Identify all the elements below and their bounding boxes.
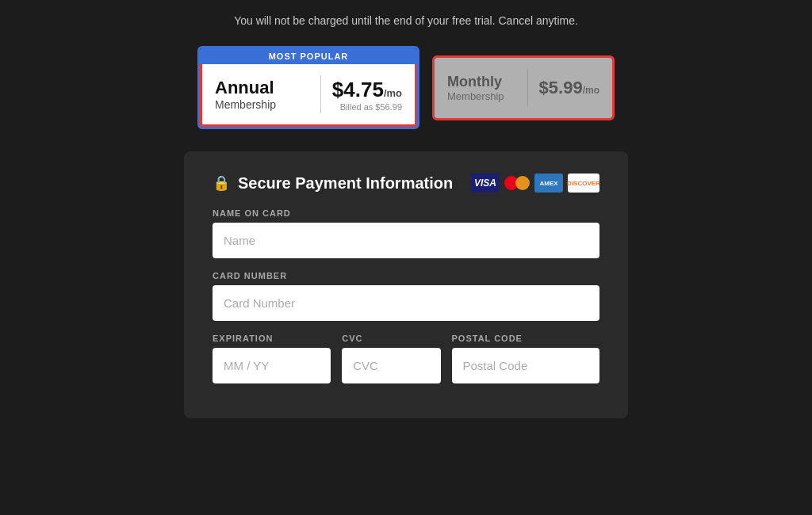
- annual-plan-divider: [320, 75, 321, 113]
- expiration-label: EXPIRATION: [213, 334, 331, 343]
- annual-plan-membership: Membership: [215, 98, 309, 111]
- cvc-group: CVC: [342, 334, 440, 383]
- mastercard-logo: [504, 174, 530, 192]
- card-number-label: CARD NUMBER: [213, 271, 599, 280]
- monthly-plan-price: $5.99/mo: [539, 78, 599, 98]
- most-popular-badge: MOST POPULAR: [200, 48, 417, 64]
- cvc-input[interactable]: [342, 348, 440, 383]
- mc-circle-right: [515, 176, 530, 190]
- trial-notice: You will not be charged until the end of…: [234, 14, 578, 27]
- monthly-plan-name-section: Monthly Membership: [447, 74, 516, 102]
- card-number-group: CARD NUMBER: [213, 271, 599, 321]
- card-number-input[interactable]: [213, 285, 599, 321]
- annual-plan-name: Annual: [215, 78, 309, 98]
- card-details-row: EXPIRATION CVC POSTAL CODE: [213, 334, 599, 396]
- postal-label: POSTAL CODE: [452, 334, 599, 343]
- visa-logo: VISA: [471, 174, 500, 193]
- monthly-plan-price-section: $5.99/mo: [539, 78, 599, 98]
- annual-plan-body: Annual Membership $4.75/mo Billed as $56…: [200, 64, 417, 127]
- name-on-card-input[interactable]: [213, 223, 599, 258]
- amex-logo: AMEX: [534, 174, 563, 193]
- monthly-plan-divider: [527, 69, 528, 107]
- lock-icon: 🔒: [213, 174, 230, 192]
- payment-header: 🔒 Secure Payment Information VISA AMEX D…: [213, 174, 599, 193]
- cvc-label: CVC: [342, 334, 440, 343]
- annual-plan-name-section: Annual Membership: [215, 78, 309, 111]
- plans-row: MOST POPULAR Annual Membership $4.75/mo …: [197, 46, 615, 129]
- annual-plan-price: $4.75/mo: [332, 78, 402, 102]
- payment-title: Secure Payment Information: [238, 174, 463, 193]
- card-logos: VISA AMEX DISCOVER: [471, 174, 599, 193]
- postal-group: POSTAL CODE: [452, 334, 599, 383]
- expiration-input[interactable]: [213, 348, 331, 383]
- annual-plan-billed: Billed as $56.99: [340, 102, 402, 112]
- name-on-card-group: NAME ON CARD: [213, 208, 599, 258]
- monthly-plan-body: Monthly Membership $5.99/mo: [435, 58, 612, 118]
- monthly-plan-membership: Membership: [447, 90, 516, 102]
- name-on-card-label: NAME ON CARD: [213, 208, 599, 218]
- discover-logo: DISCOVER: [568, 174, 599, 193]
- postal-input[interactable]: [452, 348, 599, 383]
- monthly-plan[interactable]: Monthly Membership $5.99/mo: [432, 55, 615, 120]
- payment-form-container: 🔒 Secure Payment Information VISA AMEX D…: [184, 151, 628, 418]
- expiration-group: EXPIRATION: [213, 334, 331, 383]
- annual-plan[interactable]: MOST POPULAR Annual Membership $4.75/mo …: [197, 46, 419, 129]
- monthly-plan-name: Monthly: [447, 74, 516, 90]
- annual-plan-price-section: $4.75/mo Billed as $56.99: [332, 78, 402, 112]
